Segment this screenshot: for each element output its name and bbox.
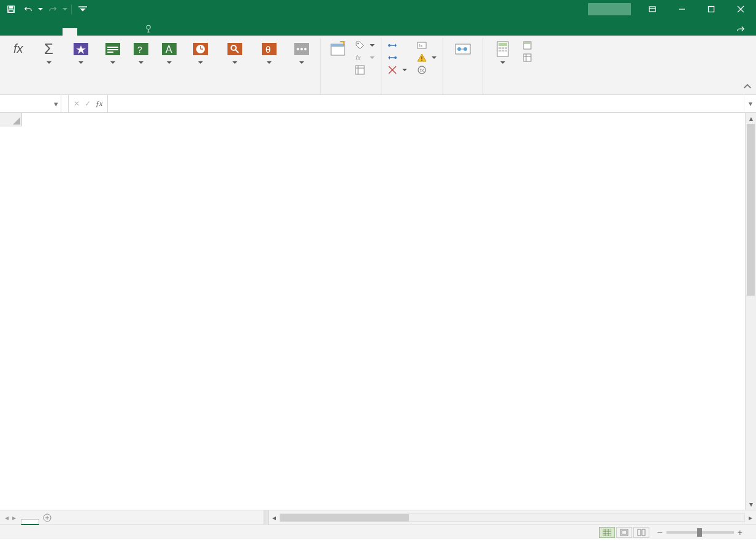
show-formulas-button[interactable]: fx	[414, 39, 439, 52]
watch-window-button[interactable]	[447, 38, 479, 76]
calculate-now-button[interactable]	[520, 39, 537, 52]
theta-icon: θ	[259, 39, 279, 59]
svg-rect-62	[498, 47, 501, 49]
collapse-ribbon-button[interactable]	[743, 82, 752, 92]
tab-page-layout[interactable]	[48, 28, 63, 36]
svg-rect-66	[502, 50, 504, 52]
lookup-button[interactable]	[218, 38, 251, 76]
zoom-in-button[interactable]: +	[738, 528, 743, 537]
enter-formula-button[interactable]: ✓	[85, 99, 91, 108]
horizontal-scrollbar[interactable]	[280, 513, 745, 522]
zoom-slider[interactable]	[666, 531, 734, 534]
insert-function-fx-button[interactable]: ƒx	[96, 99, 102, 109]
tab-home[interactable]	[18, 28, 33, 36]
svg-rect-63	[502, 47, 504, 49]
tell-me-search[interactable]	[145, 25, 156, 36]
account-area[interactable]	[588, 3, 631, 15]
zoom-thumb[interactable]	[697, 528, 702, 537]
qat-customize-button[interactable]	[75, 2, 90, 17]
svg-rect-18	[107, 49, 118, 50]
warning-icon	[417, 53, 427, 63]
svg-text:θ: θ	[265, 44, 270, 55]
name-manager-button[interactable]	[324, 38, 351, 76]
close-button[interactable]	[727, 0, 755, 18]
svg-rect-65	[498, 50, 501, 52]
spreadsheet-grid[interactable]	[0, 113, 745, 510]
svg-text:A: A	[166, 44, 172, 55]
new-sheet-button[interactable]	[39, 510, 55, 524]
plus-circle-icon	[43, 513, 52, 522]
vscroll-thumb[interactable]	[747, 124, 755, 296]
cancel-formula-button[interactable]: ✕	[74, 99, 80, 108]
create-from-selection-button[interactable]	[353, 64, 377, 76]
show-formulas-icon: fx	[417, 40, 427, 50]
scroll-right-button[interactable]: ▸	[745, 513, 756, 522]
svg-point-44	[388, 44, 391, 47]
svg-rect-84	[642, 529, 645, 536]
ribbon-display-button[interactable]	[638, 0, 666, 18]
sheet-nav-next-button[interactable]: ▸	[12, 513, 16, 522]
svg-text:fx: fx	[356, 54, 361, 61]
calculate-sheet-button[interactable]	[520, 52, 537, 64]
normal-view-button[interactable]	[599, 527, 615, 538]
qat-undo-button[interactable]	[21, 2, 36, 17]
expand-formula-bar-button[interactable]: ▾	[744, 95, 756, 112]
svg-rect-61	[498, 43, 507, 46]
tag-icon	[355, 40, 365, 50]
svg-rect-67	[505, 50, 507, 52]
svg-rect-64	[505, 47, 507, 49]
math-trig-button[interactable]: θ	[253, 38, 286, 76]
qat-redo-button[interactable]	[45, 2, 60, 17]
chevron-down-icon: ▾	[54, 99, 58, 109]
insert-function-button[interactable]: fx	[7, 38, 34, 76]
text-icon: A	[159, 39, 179, 59]
hscroll-thumb[interactable]	[280, 514, 409, 521]
scroll-left-button[interactable]: ◂	[269, 513, 280, 522]
share-button[interactable]	[728, 25, 756, 36]
qat-save-button[interactable]	[4, 2, 18, 17]
select-all-button[interactable]	[0, 113, 22, 126]
fx-small-icon: fx	[355, 53, 365, 63]
star-icon	[71, 39, 91, 59]
logical-button[interactable]: ?	[128, 38, 155, 76]
zoom-out-button[interactable]: −	[657, 527, 662, 538]
autosum-button[interactable]: Σ	[36, 38, 63, 76]
calc-options-button[interactable]	[487, 38, 519, 76]
tab-insert[interactable]	[33, 28, 48, 36]
maximize-button[interactable]	[697, 0, 725, 18]
name-manager-icon	[328, 39, 348, 59]
trace-dependents-button[interactable]	[385, 52, 410, 64]
date-time-button[interactable]	[184, 38, 217, 76]
formula-input[interactable]	[107, 95, 744, 112]
hscroll-resizer[interactable]	[264, 510, 269, 525]
evaluate-formula-button[interactable]: fx	[414, 64, 439, 76]
trace-prec-icon	[388, 40, 397, 50]
remove-arrows-button[interactable]	[385, 64, 410, 76]
scroll-down-button[interactable]: ▾	[746, 499, 756, 510]
page-break-view-button[interactable]	[633, 527, 649, 538]
vertical-scrollbar[interactable]: ▴ ▾	[745, 113, 756, 510]
name-box[interactable]: ▾	[0, 95, 61, 112]
define-name-button[interactable]	[353, 39, 377, 52]
tab-data[interactable]	[77, 28, 92, 36]
more-functions-button[interactable]	[287, 38, 316, 76]
tab-file[interactable]	[4, 28, 18, 36]
more-icon	[292, 39, 311, 59]
tab-formulas[interactable]	[63, 28, 77, 36]
tab-view[interactable]	[107, 28, 121, 36]
watch-icon	[453, 39, 473, 59]
evaluate-icon: fx	[417, 65, 427, 75]
page-layout-view-button[interactable]	[616, 527, 632, 538]
trace-precedents-button[interactable]	[385, 39, 410, 52]
minimize-button[interactable]	[668, 0, 696, 18]
svg-rect-7	[709, 7, 714, 12]
recently-used-button[interactable]	[64, 38, 98, 76]
error-checking-button[interactable]	[414, 52, 439, 64]
sheet-tab-sheet1[interactable]	[21, 519, 39, 525]
tab-review[interactable]	[92, 28, 107, 36]
tab-acrobat[interactable]	[121, 28, 136, 36]
sheet-nav-prev-button[interactable]: ◂	[5, 513, 9, 522]
scroll-up-button[interactable]: ▴	[746, 113, 756, 124]
text-button[interactable]: A	[156, 38, 183, 76]
financial-button[interactable]	[99, 38, 126, 76]
